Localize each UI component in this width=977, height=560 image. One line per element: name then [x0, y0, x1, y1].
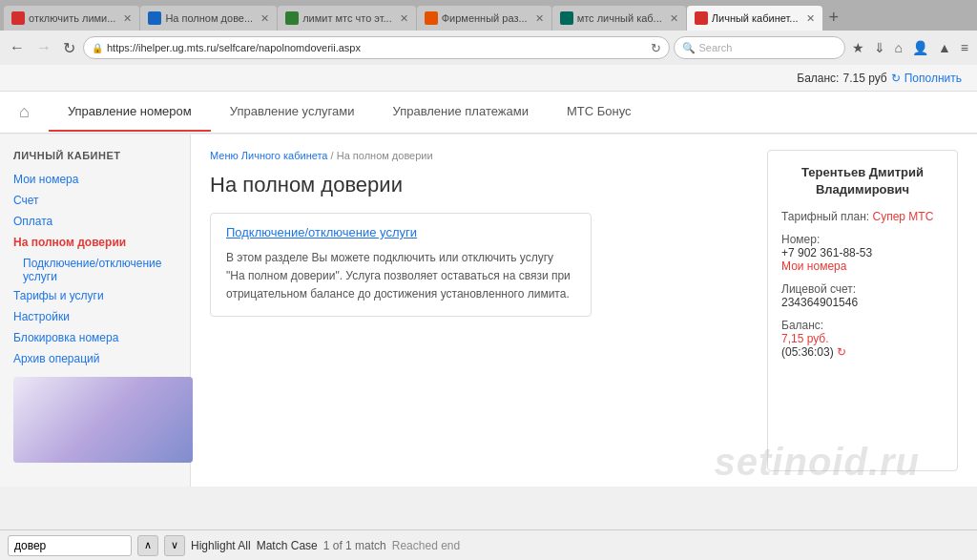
- balance-refresh-icon[interactable]: ↻: [891, 72, 901, 85]
- tab-label: Фирменный раз...: [442, 12, 528, 24]
- service-box: Подключение/отключение услуги В этом раз…: [210, 213, 592, 317]
- tab-tab1[interactable]: отключить лими... ✕: [4, 6, 139, 31]
- tab-label: На полном дове...: [165, 12, 253, 24]
- sidebar-link-settings[interactable]: Настройки: [13, 310, 177, 323]
- tab-tab4[interactable]: Фирменный раз... ✕: [417, 6, 551, 31]
- tab-label: отключить лими...: [29, 12, 115, 24]
- search-bar[interactable]: 🔍 Search: [674, 36, 845, 59]
- topup-link[interactable]: Пополнить: [904, 72, 962, 85]
- page-title: На полном доверии: [210, 173, 737, 197]
- find-bar: ∧ ∨ Highlight All Match Case 1 of 1 matc…: [0, 529, 977, 560]
- sidebar-title: ЛИЧНЫЙ КАБИНЕТ: [13, 150, 177, 161]
- nav-item-manage-payments[interactable]: Управление платежами: [373, 93, 547, 132]
- tab-favicon: [11, 11, 25, 25]
- bookmark-star-button[interactable]: ★: [849, 38, 867, 57]
- tab-favicon: [425, 11, 438, 25]
- service-description: В этом разделе Вы можете подключить или …: [226, 249, 575, 304]
- user-balance-label: Баланс:: [781, 319, 944, 332]
- address-refresh-icon[interactable]: ↻: [651, 41, 661, 55]
- tab-label: Личный кабинет...: [712, 12, 799, 24]
- tab-close-icon[interactable]: ✕: [260, 12, 269, 25]
- back-button[interactable]: ←: [6, 37, 29, 58]
- breadcrumb: Меню Личного кабинета / На полном довери…: [210, 150, 737, 161]
- tab-close-icon[interactable]: ✕: [400, 12, 408, 25]
- sidebar-link-payment[interactable]: Оплата: [13, 215, 177, 228]
- user-name: Терентьев Дмитрий Владимирович: [781, 164, 944, 198]
- nav-item-manage-services[interactable]: Управление услугами: [211, 93, 374, 132]
- balance-time: (05:36:03): [781, 345, 834, 359]
- user-balance-value: 7,15 руб.: [781, 332, 829, 345]
- sidebar: ЛИЧНЫЙ КАБИНЕТ Мои номераСчетОплатаНа по…: [0, 135, 191, 487]
- balance-bar: Баланс: 7.15 руб ↻ Пополнить: [0, 65, 977, 92]
- match-case-label[interactable]: Match Case: [257, 539, 318, 552]
- phone-field: Номер: +7 902 361-88-53 Мои номера: [781, 233, 944, 273]
- breadcrumb-separator: /: [331, 150, 334, 161]
- highlight-all-label[interactable]: Highlight All: [191, 539, 251, 552]
- home-nav-button[interactable]: ⌂: [892, 38, 905, 57]
- tab-favicon: [285, 11, 299, 25]
- tab-favicon: [148, 11, 161, 25]
- find-match-status: 1 of 1 match: [323, 539, 386, 552]
- tab-close-icon[interactable]: ✕: [806, 12, 815, 25]
- balance-field: Баланс: 7,15 руб. (05:36:03) ↻: [781, 319, 944, 359]
- breadcrumb-home-link[interactable]: Меню Личного кабинета: [210, 150, 328, 161]
- tab-close-icon[interactable]: ✕: [123, 12, 132, 25]
- tab-label: мтс личный каб...: [577, 12, 662, 24]
- url-text: https://ihelper.ug.mts.ru/selfcare/napol…: [107, 42, 647, 53]
- new-tab-button[interactable]: +: [823, 8, 845, 28]
- nav-icons: ★ ⇓ ⌂ 👤 ▲ ≡: [849, 38, 972, 57]
- main-nav: ⌂ Управление номеромУправление услугамиУ…: [0, 92, 977, 134]
- forward-button[interactable]: →: [32, 37, 55, 58]
- account-button[interactable]: 👤: [909, 38, 931, 57]
- refresh-button[interactable]: ↻: [59, 37, 79, 59]
- tab-favicon: [560, 11, 573, 25]
- find-up-button[interactable]: ∧: [137, 535, 158, 556]
- account-label: Лицевой счет:: [781, 282, 944, 296]
- my-numbers-link[interactable]: Мои номера: [781, 259, 846, 273]
- breadcrumb-current: На полном доверии: [337, 150, 433, 161]
- tab-close-icon[interactable]: ✕: [670, 12, 678, 25]
- sidebar-link-tariffs[interactable]: Тарифы и услуги: [13, 289, 177, 302]
- home-icon[interactable]: ⌂: [19, 102, 30, 122]
- nav-bar: ← → ↻ 🔒 https://ihelper.ug.mts.ru/selfca…: [0, 31, 977, 65]
- sidebar-link-account[interactable]: Счет: [13, 194, 177, 207]
- search-icon: 🔍: [682, 42, 696, 54]
- tab-tab6[interactable]: Личный кабинет... ✕: [687, 6, 822, 31]
- tariff-value[interactable]: Супер МТС: [872, 210, 933, 223]
- shield-button[interactable]: ▲: [935, 38, 954, 57]
- phone-value: +7 902 361-88-53: [781, 246, 944, 259]
- tab-tab3[interactable]: лимит мтс что эт... ✕: [278, 6, 416, 31]
- tab-bar: отключить лими... ✕ На полном дове... ✕ …: [0, 0, 977, 31]
- find-reached-end: Reached end: [392, 539, 460, 552]
- nav-item-manage-number[interactable]: Управление номером: [49, 93, 211, 132]
- tab-label: лимит мтс что эт...: [302, 12, 392, 24]
- balance-amount: 7.15 руб: [842, 72, 886, 85]
- tab-favicon: [695, 11, 708, 25]
- search-placeholder: Search: [699, 42, 733, 53]
- find-input[interactable]: [8, 535, 132, 556]
- user-card: Терентьев Дмитрий Владимирович Тарифный …: [767, 150, 958, 471]
- sidebar-link-my-numbers[interactable]: Мои номера: [13, 173, 177, 186]
- nav-item-mts-bonus[interactable]: МТС Бонус: [548, 93, 651, 132]
- address-bar[interactable]: 🔒 https://ihelper.ug.mts.ru/selfcare/nap…: [83, 36, 670, 59]
- service-link[interactable]: Подключение/отключение услуги: [226, 225, 417, 239]
- balance-label: Баланс:: [797, 72, 839, 85]
- tariff-field: Тарифный план: Супер МТС: [781, 210, 944, 223]
- download-button[interactable]: ⇓: [871, 38, 888, 57]
- tab-close-icon[interactable]: ✕: [535, 12, 544, 25]
- sidebar-link-archive[interactable]: Архив операций: [13, 352, 177, 365]
- find-down-button[interactable]: ∨: [164, 535, 185, 556]
- sidebar-image: [13, 377, 193, 463]
- sidebar-link-connect-disconnect[interactable]: Подключение/отключение услуги: [23, 257, 177, 283]
- sidebar-link-full-trust[interactable]: На полном доверии: [13, 236, 177, 249]
- user-refresh-icon[interactable]: ↻: [837, 345, 846, 359]
- account-field: Лицевой счет: 234364901546: [781, 282, 944, 309]
- tab-tab2[interactable]: На полном дове... ✕: [140, 6, 277, 31]
- tariff-label: Тарифный план:: [781, 210, 869, 223]
- menu-button[interactable]: ≡: [958, 38, 971, 57]
- account-value: 234364901546: [781, 296, 944, 309]
- tab-tab5[interactable]: мтс личный каб... ✕: [552, 6, 686, 31]
- phone-label: Номер:: [781, 233, 944, 246]
- sidebar-link-block-number[interactable]: Блокировка номера: [13, 331, 177, 344]
- lock-icon: 🔒: [92, 43, 103, 53]
